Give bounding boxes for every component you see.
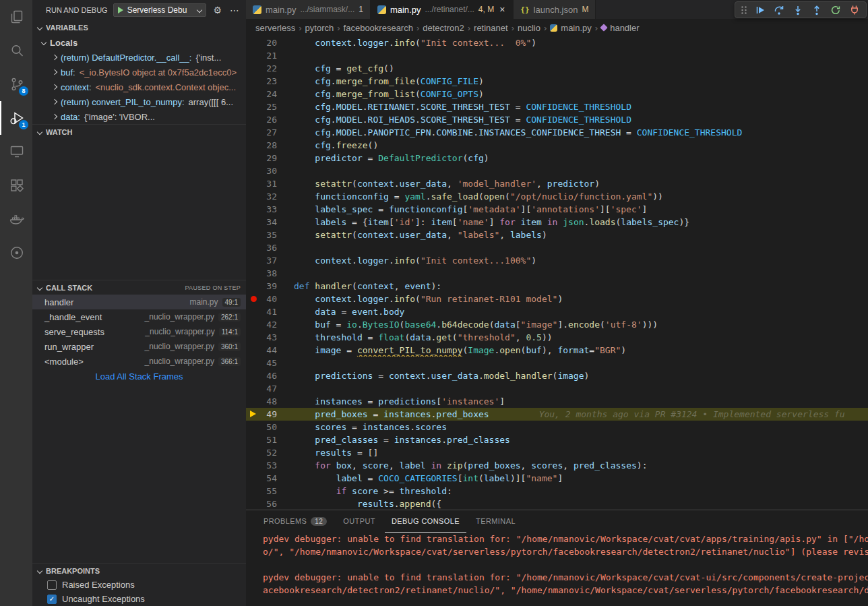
gutter-glyph[interactable]	[246, 382, 261, 395]
gutter-glyph[interactable]	[246, 485, 261, 497]
code-line[interactable]: 56 results.append({	[246, 497, 868, 510]
code-line[interactable]: 27 cfg.MODEL.PANOPTIC_FPN.COMBINE.INSTAN…	[246, 126, 868, 139]
editor-tab[interactable]: main.py.../retinanet/...4, M×	[371, 0, 514, 19]
step-out-button[interactable]	[809, 3, 824, 18]
gutter-glyph[interactable]	[246, 357, 261, 369]
breakpoint-icon[interactable]	[251, 296, 257, 302]
code-line[interactable]: 48 instances = predictions['instances']	[246, 395, 868, 408]
code-line[interactable]: 36	[246, 241, 868, 254]
gutter-glyph[interactable]	[246, 241, 261, 254]
activity-item-search[interactable]	[0, 34, 32, 67]
code-line[interactable]: 31 setattr(context.user_data, 'model_han…	[246, 177, 868, 190]
variable-row[interactable]: context:<nuclio_sdk.context.Context obje…	[32, 80, 246, 94]
code-line[interactable]: 24 cfg.merge_from_list(CONFIG_OPTS)	[246, 88, 868, 100]
code-line[interactable]: 51 pred_classes = instances.pred_classes	[246, 433, 868, 446]
code-line[interactable]: 50 scores = instances.scores	[246, 421, 868, 433]
gutter-glyph[interactable]	[246, 293, 261, 305]
activity-item-target[interactable]	[0, 236, 32, 270]
code-line[interactable]: 29 predictor = DefaultPredictor(cfg)	[246, 152, 868, 164]
variable-row[interactable]: (return) DefaultPredictor.__call__:{'ins…	[32, 50, 246, 65]
step-over-button[interactable]	[772, 3, 786, 18]
code-line[interactable]: 33 labels_spec = functionconfig['metadat…	[246, 203, 868, 216]
watch-section-header[interactable]: WATCH	[32, 124, 246, 139]
activity-item-extensions[interactable]	[0, 169, 32, 202]
editor-tab[interactable]: {}launch.jsonM	[514, 0, 596, 19]
code-line[interactable]: 25 cfg.MODEL.RETINANET.SCORE_THRESH_TEST…	[246, 100, 868, 113]
code-line[interactable]: 35 setattr(context.user_data, "labels", …	[246, 229, 868, 241]
code-line[interactable]: 45	[246, 357, 868, 369]
gutter-glyph[interactable]	[246, 88, 261, 100]
gutter-glyph[interactable]	[246, 344, 261, 357]
breadcrumb-item[interactable]: handler	[601, 23, 639, 33]
gutter-glyph[interactable]	[246, 203, 261, 216]
gutter-glyph[interactable]	[246, 229, 261, 241]
editor-tab[interactable]: main.py.../siammask/...1	[246, 0, 371, 19]
code-line[interactable]: 49 pred_boxes = instances.pred_boxesYou,…	[246, 408, 868, 421]
checkbox[interactable]: ✓	[47, 595, 57, 604]
code-line[interactable]: 26 cfg.MODEL.ROI_HEADS.SCORE_THRESH_TEST…	[246, 113, 868, 126]
grip-handle[interactable]	[739, 3, 749, 18]
gutter-glyph[interactable]	[246, 177, 261, 190]
activity-item-source-control[interactable]: 8	[0, 67, 32, 101]
breakpoint-item[interactable]: ✓Uncaught Exceptions	[32, 592, 246, 606]
code-line[interactable]: 41 data = event.body	[246, 305, 868, 318]
code-line[interactable]: 54 label = COCO_CATEGORIES[int(label)]["…	[246, 472, 868, 485]
gutter-glyph[interactable]	[246, 49, 261, 62]
code-line[interactable]: 20 context.logger.info("Init context... …	[246, 36, 868, 49]
gutter-glyph[interactable]	[246, 408, 261, 421]
call-stack-section-header[interactable]: CALL STACK PAUSED ON STEP	[32, 280, 246, 295]
breakpoints-section-header[interactable]: BREAKPOINTS	[32, 563, 246, 578]
activity-item-remote-explorer[interactable]	[0, 135, 32, 169]
activity-item-docker[interactable]	[0, 202, 32, 236]
gutter-glyph[interactable]	[246, 395, 261, 408]
panel-tab-output[interactable]: OUTPUT	[336, 510, 382, 533]
stack-frame[interactable]: handlermain.py49:1	[32, 295, 246, 309]
gutter-glyph[interactable]	[246, 331, 261, 344]
breadcrumb-item[interactable]: retinanet	[474, 23, 508, 33]
gutter-glyph[interactable]	[246, 446, 261, 459]
panel-tab-debug-console[interactable]: DEBUG CONSOLE	[385, 510, 466, 533]
activity-item-explorer[interactable]	[0, 0, 32, 34]
gutter-glyph[interactable]	[246, 472, 261, 485]
continue-button[interactable]	[753, 3, 768, 18]
gutter-glyph[interactable]	[246, 267, 261, 280]
code-line[interactable]: 39def handler(context, event):	[246, 280, 868, 293]
checkbox[interactable]	[47, 580, 57, 590]
breadcrumb-item[interactable]: main.py	[550, 23, 592, 33]
code-line[interactable]: 46 predictions = context.user_data.model…	[246, 369, 868, 382]
more-actions-icon[interactable]: ⋯	[228, 5, 241, 16]
gutter-glyph[interactable]	[246, 459, 261, 472]
gutter-glyph[interactable]	[246, 318, 261, 331]
code-line[interactable]: 32 functionconfig = yaml.safe_load(open(…	[246, 190, 868, 203]
stack-frame[interactable]: _handle_event_nuclio_wrapper.py262:1	[32, 309, 246, 324]
panel-tab-problems[interactable]: PROBLEMS12	[257, 510, 334, 533]
gutter-glyph[interactable]	[246, 75, 261, 88]
code-line[interactable]: 37 context.logger.info("Init context...1…	[246, 254, 868, 267]
close-icon[interactable]: ×	[498, 4, 506, 15]
code-line[interactable]: 42 buf = io.BytesIO(base64.b64decode(dat…	[246, 318, 868, 331]
gutter-glyph[interactable]	[246, 216, 261, 229]
gutter-glyph[interactable]	[246, 113, 261, 126]
code-line[interactable]: 44 image = convert_PIL_to_numpy(Image.op…	[246, 344, 868, 357]
restart-button[interactable]	[828, 3, 843, 18]
code-editor[interactable]: 20 context.logger.info("Init context... …	[246, 36, 868, 510]
step-into-button[interactable]	[790, 3, 805, 18]
code-line[interactable]: 40 context.logger.info("Run retinanet-R1…	[246, 293, 868, 305]
gutter-glyph[interactable]	[246, 139, 261, 152]
gutter-glyph[interactable]	[246, 126, 261, 139]
start-debugging-icon[interactable]	[118, 7, 123, 13]
code-line[interactable]: 47	[246, 382, 868, 395]
debug-console-output[interactable]: pydev debugger: unable to find translati…	[246, 533, 868, 606]
gear-icon[interactable]: ⚙	[212, 5, 223, 16]
gutter-glyph[interactable]	[246, 254, 261, 267]
variable-row[interactable]: data:{'image': 'iVBOR...	[32, 109, 246, 124]
gutter-glyph[interactable]	[246, 305, 261, 318]
breadcrumb-item[interactable]: detectron2	[423, 23, 464, 33]
code-line[interactable]: 22 cfg = get_cfg()	[246, 62, 868, 75]
gutter-glyph[interactable]	[246, 421, 261, 433]
gutter-glyph[interactable]	[246, 190, 261, 203]
launch-config-dropdown[interactable]: Serverless Debu	[113, 3, 207, 17]
code-line[interactable]: 38	[246, 267, 868, 280]
breadcrumb-item[interactable]: facebookresearch	[344, 23, 413, 33]
variables-section-header[interactable]: VARIABLES	[32, 20, 246, 35]
